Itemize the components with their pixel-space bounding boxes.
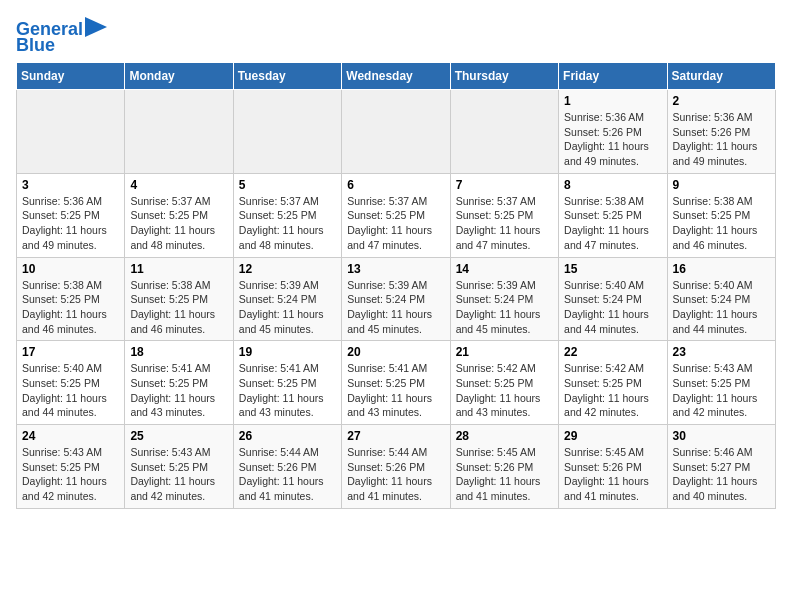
calendar-cell: 21Sunrise: 5:42 AM Sunset: 5:25 PM Dayli… bbox=[450, 341, 558, 425]
day-number: 17 bbox=[22, 345, 119, 359]
day-number: 29 bbox=[564, 429, 661, 443]
calendar-header-row: SundayMondayTuesdayWednesdayThursdayFrid… bbox=[17, 63, 776, 90]
calendar-cell: 6Sunrise: 5:37 AM Sunset: 5:25 PM Daylig… bbox=[342, 173, 450, 257]
calendar-cell: 12Sunrise: 5:39 AM Sunset: 5:24 PM Dayli… bbox=[233, 257, 341, 341]
day-info: Sunrise: 5:40 AM Sunset: 5:24 PM Dayligh… bbox=[673, 278, 770, 337]
day-info: Sunrise: 5:39 AM Sunset: 5:24 PM Dayligh… bbox=[347, 278, 444, 337]
calendar-cell: 10Sunrise: 5:38 AM Sunset: 5:25 PM Dayli… bbox=[17, 257, 125, 341]
day-number: 6 bbox=[347, 178, 444, 192]
calendar-cell: 7Sunrise: 5:37 AM Sunset: 5:25 PM Daylig… bbox=[450, 173, 558, 257]
day-number: 9 bbox=[673, 178, 770, 192]
day-of-week-header: Saturday bbox=[667, 63, 775, 90]
day-number: 27 bbox=[347, 429, 444, 443]
day-info: Sunrise: 5:37 AM Sunset: 5:25 PM Dayligh… bbox=[239, 194, 336, 253]
day-of-week-header: Monday bbox=[125, 63, 233, 90]
day-info: Sunrise: 5:43 AM Sunset: 5:25 PM Dayligh… bbox=[673, 361, 770, 420]
calendar-cell: 27Sunrise: 5:44 AM Sunset: 5:26 PM Dayli… bbox=[342, 425, 450, 509]
calendar-cell: 23Sunrise: 5:43 AM Sunset: 5:25 PM Dayli… bbox=[667, 341, 775, 425]
calendar-cell: 19Sunrise: 5:41 AM Sunset: 5:25 PM Dayli… bbox=[233, 341, 341, 425]
calendar-week-row: 24Sunrise: 5:43 AM Sunset: 5:25 PM Dayli… bbox=[17, 425, 776, 509]
day-info: Sunrise: 5:44 AM Sunset: 5:26 PM Dayligh… bbox=[347, 445, 444, 504]
day-of-week-header: Thursday bbox=[450, 63, 558, 90]
day-info: Sunrise: 5:46 AM Sunset: 5:27 PM Dayligh… bbox=[673, 445, 770, 504]
calendar-cell: 13Sunrise: 5:39 AM Sunset: 5:24 PM Dayli… bbox=[342, 257, 450, 341]
calendar-cell: 11Sunrise: 5:38 AM Sunset: 5:25 PM Dayli… bbox=[125, 257, 233, 341]
day-number: 23 bbox=[673, 345, 770, 359]
day-info: Sunrise: 5:36 AM Sunset: 5:26 PM Dayligh… bbox=[564, 110, 661, 169]
day-number: 16 bbox=[673, 262, 770, 276]
calendar-table: SundayMondayTuesdayWednesdayThursdayFrid… bbox=[16, 62, 776, 509]
day-number: 11 bbox=[130, 262, 227, 276]
day-info: Sunrise: 5:41 AM Sunset: 5:25 PM Dayligh… bbox=[239, 361, 336, 420]
calendar-cell: 8Sunrise: 5:38 AM Sunset: 5:25 PM Daylig… bbox=[559, 173, 667, 257]
day-info: Sunrise: 5:42 AM Sunset: 5:25 PM Dayligh… bbox=[564, 361, 661, 420]
day-info: Sunrise: 5:37 AM Sunset: 5:25 PM Dayligh… bbox=[347, 194, 444, 253]
day-info: Sunrise: 5:39 AM Sunset: 5:24 PM Dayligh… bbox=[239, 278, 336, 337]
calendar-week-row: 1Sunrise: 5:36 AM Sunset: 5:26 PM Daylig… bbox=[17, 90, 776, 174]
day-number: 12 bbox=[239, 262, 336, 276]
calendar-cell bbox=[233, 90, 341, 174]
day-of-week-header: Sunday bbox=[17, 63, 125, 90]
calendar-cell: 18Sunrise: 5:41 AM Sunset: 5:25 PM Dayli… bbox=[125, 341, 233, 425]
calendar-cell: 5Sunrise: 5:37 AM Sunset: 5:25 PM Daylig… bbox=[233, 173, 341, 257]
day-number: 8 bbox=[564, 178, 661, 192]
day-number: 7 bbox=[456, 178, 553, 192]
day-info: Sunrise: 5:42 AM Sunset: 5:25 PM Dayligh… bbox=[456, 361, 553, 420]
day-info: Sunrise: 5:41 AM Sunset: 5:25 PM Dayligh… bbox=[347, 361, 444, 420]
day-number: 10 bbox=[22, 262, 119, 276]
day-number: 20 bbox=[347, 345, 444, 359]
day-info: Sunrise: 5:38 AM Sunset: 5:25 PM Dayligh… bbox=[130, 278, 227, 337]
day-number: 1 bbox=[564, 94, 661, 108]
day-info: Sunrise: 5:38 AM Sunset: 5:25 PM Dayligh… bbox=[22, 278, 119, 337]
calendar-cell: 3Sunrise: 5:36 AM Sunset: 5:25 PM Daylig… bbox=[17, 173, 125, 257]
day-info: Sunrise: 5:41 AM Sunset: 5:25 PM Dayligh… bbox=[130, 361, 227, 420]
calendar-cell: 9Sunrise: 5:38 AM Sunset: 5:25 PM Daylig… bbox=[667, 173, 775, 257]
day-info: Sunrise: 5:36 AM Sunset: 5:25 PM Dayligh… bbox=[22, 194, 119, 253]
calendar-cell: 29Sunrise: 5:45 AM Sunset: 5:26 PM Dayli… bbox=[559, 425, 667, 509]
day-info: Sunrise: 5:39 AM Sunset: 5:24 PM Dayligh… bbox=[456, 278, 553, 337]
day-number: 18 bbox=[130, 345, 227, 359]
day-number: 21 bbox=[456, 345, 553, 359]
calendar-cell: 14Sunrise: 5:39 AM Sunset: 5:24 PM Dayli… bbox=[450, 257, 558, 341]
day-number: 26 bbox=[239, 429, 336, 443]
day-info: Sunrise: 5:43 AM Sunset: 5:25 PM Dayligh… bbox=[22, 445, 119, 504]
calendar-week-row: 3Sunrise: 5:36 AM Sunset: 5:25 PM Daylig… bbox=[17, 173, 776, 257]
day-of-week-header: Tuesday bbox=[233, 63, 341, 90]
day-number: 2 bbox=[673, 94, 770, 108]
day-number: 13 bbox=[347, 262, 444, 276]
day-info: Sunrise: 5:40 AM Sunset: 5:25 PM Dayligh… bbox=[22, 361, 119, 420]
calendar-cell: 17Sunrise: 5:40 AM Sunset: 5:25 PM Dayli… bbox=[17, 341, 125, 425]
calendar-cell: 16Sunrise: 5:40 AM Sunset: 5:24 PM Dayli… bbox=[667, 257, 775, 341]
day-number: 5 bbox=[239, 178, 336, 192]
day-number: 25 bbox=[130, 429, 227, 443]
calendar-cell: 30Sunrise: 5:46 AM Sunset: 5:27 PM Dayli… bbox=[667, 425, 775, 509]
day-number: 22 bbox=[564, 345, 661, 359]
day-number: 3 bbox=[22, 178, 119, 192]
logo-arrow-icon bbox=[85, 17, 107, 37]
day-number: 15 bbox=[564, 262, 661, 276]
day-number: 24 bbox=[22, 429, 119, 443]
day-number: 28 bbox=[456, 429, 553, 443]
logo-blue-text: Blue bbox=[16, 36, 55, 54]
day-of-week-header: Wednesday bbox=[342, 63, 450, 90]
day-number: 4 bbox=[130, 178, 227, 192]
calendar-week-row: 17Sunrise: 5:40 AM Sunset: 5:25 PM Dayli… bbox=[17, 341, 776, 425]
calendar-cell bbox=[17, 90, 125, 174]
logo: General Blue bbox=[16, 20, 107, 54]
day-info: Sunrise: 5:37 AM Sunset: 5:25 PM Dayligh… bbox=[456, 194, 553, 253]
calendar-cell bbox=[450, 90, 558, 174]
day-info: Sunrise: 5:45 AM Sunset: 5:26 PM Dayligh… bbox=[564, 445, 661, 504]
svg-marker-0 bbox=[85, 17, 107, 37]
page-header: General Blue bbox=[16, 16, 776, 54]
calendar-cell bbox=[342, 90, 450, 174]
day-number: 14 bbox=[456, 262, 553, 276]
calendar-cell: 22Sunrise: 5:42 AM Sunset: 5:25 PM Dayli… bbox=[559, 341, 667, 425]
day-of-week-header: Friday bbox=[559, 63, 667, 90]
day-info: Sunrise: 5:38 AM Sunset: 5:25 PM Dayligh… bbox=[673, 194, 770, 253]
day-info: Sunrise: 5:37 AM Sunset: 5:25 PM Dayligh… bbox=[130, 194, 227, 253]
day-info: Sunrise: 5:40 AM Sunset: 5:24 PM Dayligh… bbox=[564, 278, 661, 337]
calendar-cell: 4Sunrise: 5:37 AM Sunset: 5:25 PM Daylig… bbox=[125, 173, 233, 257]
calendar-cell bbox=[125, 90, 233, 174]
day-info: Sunrise: 5:36 AM Sunset: 5:26 PM Dayligh… bbox=[673, 110, 770, 169]
calendar-cell: 2Sunrise: 5:36 AM Sunset: 5:26 PM Daylig… bbox=[667, 90, 775, 174]
